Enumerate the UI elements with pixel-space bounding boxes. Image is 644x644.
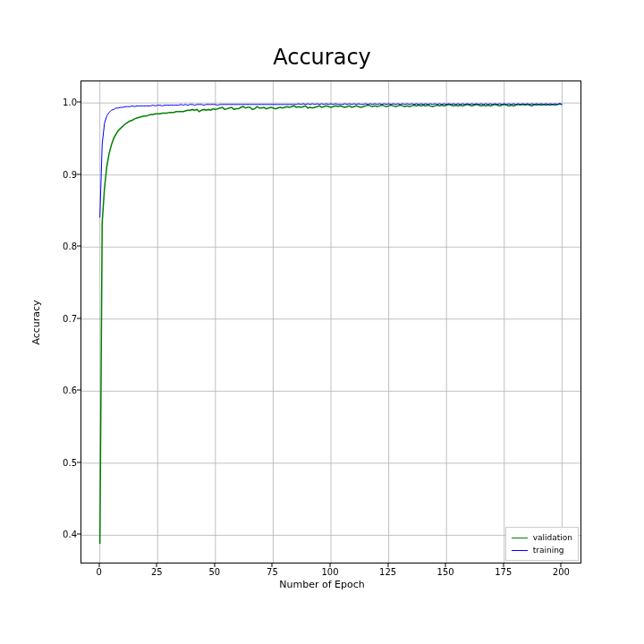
x-tick-label: 200 <box>553 567 570 577</box>
plot-svg <box>81 81 580 563</box>
x-tick-label: 150 <box>437 567 454 577</box>
y-tick-label: 0.9 <box>41 169 77 179</box>
legend-label-validation: validation <box>533 531 572 544</box>
y-tick-label: 0.6 <box>41 386 77 395</box>
x-tick-label: 25 <box>151 567 163 577</box>
plot-area: validation training <box>80 80 581 564</box>
y-tick-label: 0.8 <box>41 242 77 251</box>
y-tick-label: 1.0 <box>41 97 77 107</box>
x-tick-label: 0 <box>96 567 101 577</box>
figure: Accuracy Accuracy validation training Nu… <box>0 0 644 644</box>
legend: validation training <box>505 527 579 561</box>
y-tick-label: 0.4 <box>41 530 77 539</box>
x-tick-label: 75 <box>267 567 278 577</box>
x-tick-label: 175 <box>495 567 512 577</box>
legend-entry-training: training <box>512 544 572 556</box>
legend-entry-validation: validation <box>512 531 572 544</box>
x-axis-label: Number of Epoch <box>0 579 644 590</box>
y-tick-label: 0.5 <box>41 457 77 467</box>
y-tick-label: 0.7 <box>41 313 77 323</box>
x-tick-label: 50 <box>208 567 220 577</box>
grid <box>81 81 580 563</box>
x-tick-label: 100 <box>321 567 338 577</box>
legend-swatch-training <box>512 550 528 551</box>
x-tick-label: 125 <box>379 567 396 577</box>
legend-label-training: training <box>533 544 564 556</box>
legend-swatch-validation <box>512 538 528 538</box>
chart-title: Accuracy <box>0 45 644 70</box>
